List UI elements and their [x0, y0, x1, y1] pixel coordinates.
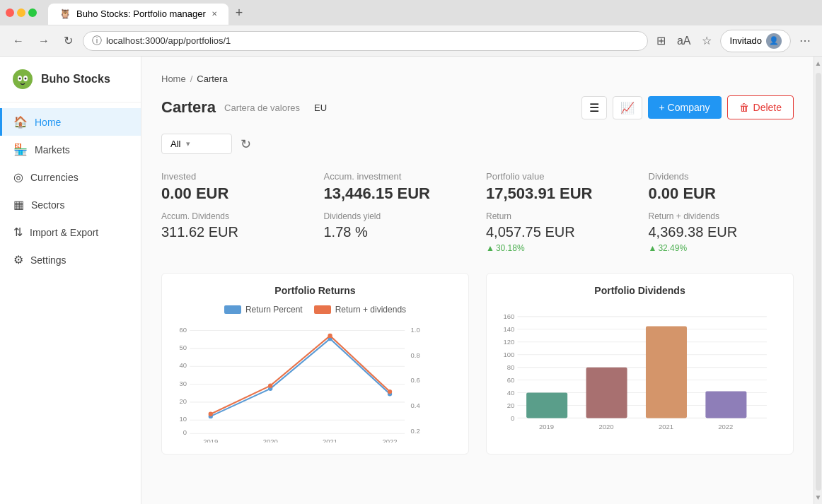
legend-label-return-plus-div: Return + dividends [335, 305, 406, 315]
settings-icon: ⚙ [13, 253, 23, 266]
back-btn[interactable]: ← [8, 32, 28, 50]
chart-view-btn[interactable]: 📈 [613, 96, 642, 119]
logo-icon [11, 68, 34, 90]
return-plus-div-change: ▲ 32.49% [649, 243, 794, 253]
stat-portfolio-value: Portfolio value 17,503.91 EUR Return 4,0… [486, 171, 632, 253]
scrollbar[interactable]: ▲ ▼ [814, 57, 822, 504]
sidebar-item-sectors[interactable]: ▦ Sectors [0, 191, 141, 218]
close-window-btn[interactable] [6, 8, 14, 17]
sidebar-item-markets[interactable]: 🏪 Markets [0, 136, 141, 163]
charts-section: Portfolio Returns Return Percent Return … [161, 273, 794, 455]
title-bar: 🦉 Buho Stocks: Portfolio manager ✕ + [0, 0, 822, 25]
svg-point-3 [19, 78, 21, 80]
svg-text:0.4: 0.4 [411, 402, 420, 409]
breadcrumb-separator: / [190, 74, 193, 84]
returns-line-chart: 60 50 40 30 20 10 0 [173, 323, 457, 443]
portfolio-returns-chart: Portfolio Returns Return Percent Return … [161, 273, 469, 455]
returns-chart-wrap: 60 50 40 30 20 10 0 [173, 323, 457, 443]
new-tab-btn[interactable]: + [228, 1, 250, 25]
svg-point-26 [388, 389, 392, 394]
sidebar-label-sectors: Sectors [31, 199, 64, 211]
add-company-btn[interactable]: + Company [648, 96, 722, 119]
bar-2020 [586, 368, 627, 418]
up-arrow-icon: ▲ [486, 243, 494, 253]
sectors-icon: ▦ [13, 198, 24, 211]
svg-text:10: 10 [179, 415, 187, 423]
sidebar-label-import-export: Import & Export [30, 227, 98, 238]
breadcrumb: Home / Cartera [161, 74, 794, 84]
tab-title: Buho Stocks: Portfolio manager [76, 8, 206, 19]
scroll-down-btn[interactable]: ▼ [815, 493, 822, 501]
sidebar-label-settings: Settings [30, 254, 66, 266]
import-export-icon: ⇅ [13, 225, 23, 239]
browser-nav-icons: ⊞ aA ☆ Invitado 👤 ⋯ [654, 30, 814, 52]
bar-2019 [526, 393, 567, 418]
invested-value: 0.00 EUR [161, 184, 307, 203]
sidebar-item-home[interactable]: 🏠 Home [0, 108, 141, 136]
svg-point-4 [25, 78, 27, 80]
app-layout: Buho Stocks 🏠 Home 🏪 Markets ◎ Currencie… [0, 57, 822, 504]
reader-view-btn[interactable]: ⊞ [654, 31, 668, 50]
invested-label: Invested [161, 171, 307, 182]
up-arrow-icon-2: ▲ [649, 243, 657, 253]
return-plus-div-value: 4,369.38 EUR [649, 224, 794, 240]
window-controls [6, 8, 37, 17]
scroll-thumb[interactable] [816, 73, 821, 491]
translate-btn[interactable]: aA [674, 32, 694, 50]
bar-2021 [646, 327, 687, 418]
page-title: Cartera [161, 98, 216, 117]
sidebar: Buho Stocks 🏠 Home 🏪 Markets ◎ Currencie… [0, 57, 141, 504]
trash-icon: 🗑 [739, 102, 749, 113]
returns-chart-title: Portfolio Returns [173, 285, 457, 296]
returns-chart-legend: Return Percent Return + dividends [173, 305, 457, 315]
filter-dropdown[interactable]: All ▾ [161, 134, 232, 154]
user-profile-btn[interactable]: Invitado 👤 [720, 30, 791, 52]
forward-btn[interactable]: → [34, 32, 54, 50]
sidebar-label-home: Home [35, 117, 61, 128]
markets-icon: 🏪 [13, 143, 28, 156]
sidebar-item-currencies[interactable]: ◎ Currencies [0, 163, 141, 191]
svg-point-23 [209, 412, 213, 416]
div-yield-label: Dividends yield [324, 211, 470, 221]
filter-bar: All ▾ ↻ [161, 134, 794, 154]
reload-btn[interactable]: ↻ [59, 31, 77, 50]
minimize-window-btn[interactable] [17, 8, 25, 17]
sidebar-item-settings[interactable]: ⚙ Settings [0, 246, 141, 274]
svg-text:140: 140 [503, 325, 514, 333]
accum-div-value: 311.62 EUR [161, 224, 307, 240]
svg-text:2019: 2019 [539, 423, 554, 430]
maximize-window-btn[interactable] [28, 8, 37, 17]
legend-label-return-percent: Return Percent [245, 305, 303, 315]
tab-close-btn[interactable]: ✕ [212, 10, 217, 18]
sidebar-item-import-export[interactable]: ⇅ Import & Export [0, 218, 141, 246]
list-view-btn[interactable]: ☰ [581, 96, 607, 119]
svg-text:2020: 2020 [598, 423, 613, 430]
active-tab[interactable]: 🦉 Buho Stocks: Portfolio manager ✕ [48, 4, 228, 25]
accum-inv-label: Accum. investment [324, 171, 470, 182]
svg-text:0: 0 [183, 428, 187, 436]
return-change: ▲ 30.18% [486, 243, 632, 253]
svg-text:20: 20 [179, 397, 187, 405]
svg-text:120: 120 [503, 338, 514, 346]
more-options-btn[interactable]: ⋯ [797, 31, 814, 50]
svg-text:40: 40 [179, 361, 187, 369]
accum-div-label: Accum. Dividends [161, 211, 307, 221]
bookmark-btn[interactable]: ☆ [699, 31, 714, 50]
refresh-btn[interactable]: ↻ [241, 136, 251, 152]
dividends-bar-chart: 160 140 120 100 80 60 40 20 0 [498, 305, 782, 435]
delete-btn[interactable]: 🗑 Delete [727, 95, 794, 119]
sidebar-nav: 🏠 Home 🏪 Markets ◎ Currencies ▦ Sectors … [0, 102, 141, 504]
breadcrumb-home[interactable]: Home [161, 74, 186, 84]
svg-text:160: 160 [503, 312, 514, 320]
scroll-up-btn[interactable]: ▲ [815, 59, 822, 67]
svg-text:0.8: 0.8 [411, 351, 420, 359]
breadcrumb-current: Cartera [197, 74, 227, 84]
svg-text:2019: 2019 [203, 438, 218, 443]
address-bar[interactable]: ⓘ localhost:3000/app/portfolios/1 [83, 31, 648, 51]
dividends-label: Dividends [649, 171, 794, 182]
sidebar-logo: Buho Stocks [0, 57, 141, 102]
svg-text:0: 0 [511, 414, 514, 422]
svg-text:2022: 2022 [382, 438, 397, 443]
svg-text:60: 60 [507, 376, 515, 384]
page-header: Cartera Cartera de valores EU ☰ 📈 + Comp… [161, 95, 794, 119]
